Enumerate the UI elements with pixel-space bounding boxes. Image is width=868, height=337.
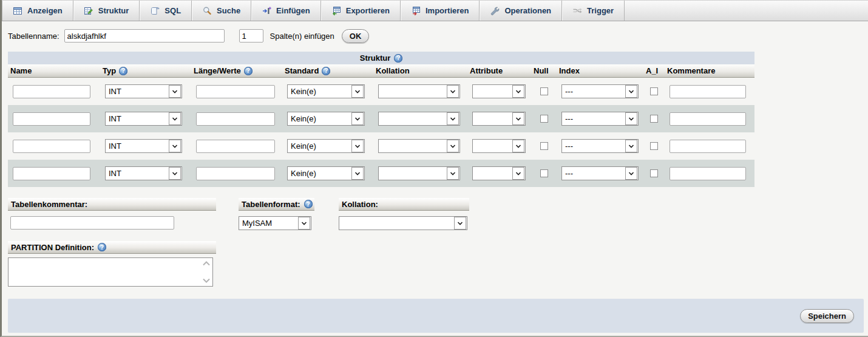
collation-select[interactable] <box>378 139 460 153</box>
default-select[interactable]: Kein(e) <box>287 84 365 98</box>
scroll-down-icon[interactable] <box>202 277 211 284</box>
tab-search-label: Suche <box>217 6 240 15</box>
auto-increment-checkbox[interactable] <box>650 169 658 177</box>
chevron-down-icon <box>512 140 524 152</box>
structure-icon <box>84 6 93 16</box>
add-columns-label: Spalte(n) einfügen <box>270 32 334 41</box>
table-name-input[interactable] <box>64 29 225 43</box>
table-collation-legend: Kollation: <box>339 198 469 211</box>
length-input[interactable] <box>196 167 275 180</box>
structure-header-row: Name Typ Länge/Werte Standard Kollation … <box>8 64 754 78</box>
type-select[interactable]: INT <box>105 166 182 180</box>
null-checkbox[interactable] <box>540 115 548 123</box>
default-help-icon[interactable] <box>322 67 330 75</box>
table-collation-label: Kollation: <box>342 200 378 209</box>
auto-increment-checkbox[interactable] <box>650 115 658 123</box>
length-input[interactable] <box>196 112 275 126</box>
partition-label: PARTITION Definition: <box>11 243 94 252</box>
tab-operations-label: Operationen <box>504 6 551 15</box>
partition-help-icon[interactable] <box>98 243 106 251</box>
chevron-down-icon <box>454 217 466 230</box>
tab-search[interactable]: Suche <box>192 1 251 21</box>
wrench-icon <box>490 6 500 16</box>
ok-button[interactable]: OK <box>342 29 370 43</box>
storage-engine-legend: Tabellenformat: <box>239 198 314 211</box>
comments-input[interactable] <box>670 140 746 153</box>
column-row-4: INT Kein(e) --- <box>8 160 754 187</box>
tab-browse[interactable]: Anzeigen <box>2 1 73 21</box>
name-input[interactable] <box>13 140 90 153</box>
collation-select[interactable] <box>378 112 460 126</box>
browse-table-icon <box>13 6 22 16</box>
column-row-2: INT Kein(e) --- <box>8 105 754 132</box>
attributes-select[interactable] <box>472 112 526 126</box>
tab-insert[interactable]: Einfügen <box>251 1 321 21</box>
type-select[interactable]: INT <box>105 112 182 126</box>
col-header-type: Typ <box>100 66 191 75</box>
col-header-name: Name <box>8 66 100 75</box>
chevron-down-icon <box>351 85 364 98</box>
comments-input[interactable] <box>670 85 746 98</box>
name-input[interactable] <box>13 112 90 126</box>
tab-operations[interactable]: Operationen <box>480 1 562 21</box>
index-select[interactable]: --- <box>561 166 639 180</box>
collation-select[interactable] <box>378 166 460 180</box>
attributes-select[interactable] <box>472 166 526 180</box>
column-count-input[interactable] <box>239 29 263 43</box>
chevron-down-icon <box>512 112 524 125</box>
index-select[interactable]: --- <box>561 84 639 98</box>
comments-input[interactable] <box>670 167 746 180</box>
name-input[interactable] <box>13 85 90 98</box>
chevron-down-icon <box>625 85 637 98</box>
length-input[interactable] <box>196 140 275 153</box>
tab-triggers[interactable]: Trigger <box>562 1 625 21</box>
table-name-row: Tabellenname: Spalte(n) einfügen OK <box>8 27 868 44</box>
length-input[interactable] <box>196 85 275 98</box>
auto-increment-checkbox[interactable] <box>650 142 658 150</box>
default-select[interactable]: Kein(e) <box>287 166 365 180</box>
type-help-icon[interactable] <box>119 67 127 75</box>
tab-sql-label: SQL <box>164 6 181 15</box>
col-header-ai: A_I <box>643 66 665 75</box>
partition-legend: PARTITION Definition: <box>8 241 216 254</box>
default-select[interactable]: Kein(e) <box>287 139 365 153</box>
index-select[interactable]: --- <box>561 112 639 126</box>
name-input[interactable] <box>13 167 90 180</box>
phpmyadmin-create-table-page: Anzeigen Struktur SQL Suche <box>0 0 868 337</box>
chevron-down-icon <box>169 85 181 98</box>
storage-engine-select[interactable]: MyISAM <box>239 216 311 230</box>
storage-engine-fieldset: Tabellenformat: MyISAM <box>239 198 314 230</box>
scroll-up-icon[interactable] <box>202 260 211 267</box>
save-button[interactable]: Speichern <box>800 309 854 323</box>
partition-textarea[interactable] <box>8 258 212 286</box>
col-header-comments: Kommentare <box>665 66 754 75</box>
col-header-index: Index <box>557 66 643 75</box>
table-collation-fieldset: Kollation: <box>339 198 469 230</box>
attributes-select[interactable] <box>472 139 526 153</box>
tab-sql[interactable]: SQL <box>140 1 192 21</box>
null-checkbox[interactable] <box>540 87 548 95</box>
index-select[interactable]: --- <box>561 139 639 153</box>
null-checkbox[interactable] <box>540 169 548 177</box>
type-select[interactable]: INT <box>105 139 182 153</box>
tab-export[interactable]: Exportieren <box>321 1 401 21</box>
auto-increment-checkbox[interactable] <box>650 87 658 95</box>
table-export-icon <box>331 6 341 16</box>
footer-action-bar: Speichern <box>8 299 864 333</box>
comments-input[interactable] <box>670 112 746 126</box>
storage-engine-help-icon[interactable] <box>304 200 313 208</box>
tab-triggers-label: Trigger <box>587 6 614 15</box>
table-comment-input[interactable] <box>10 216 174 230</box>
default-select[interactable]: Kein(e) <box>287 112 365 126</box>
tab-import[interactable]: Importieren <box>401 1 480 21</box>
table-collation-select[interactable] <box>339 216 467 230</box>
structure-help-icon[interactable] <box>394 54 402 63</box>
collation-select[interactable] <box>378 84 460 98</box>
attributes-select[interactable] <box>472 84 526 98</box>
null-checkbox[interactable] <box>540 142 548 150</box>
tab-structure[interactable]: Struktur <box>73 1 140 21</box>
length-help-icon[interactable] <box>244 67 253 75</box>
trigger-icon <box>572 6 582 16</box>
table-comment-label: Tabellenkommentar: <box>11 200 87 209</box>
type-select[interactable]: INT <box>105 84 182 98</box>
